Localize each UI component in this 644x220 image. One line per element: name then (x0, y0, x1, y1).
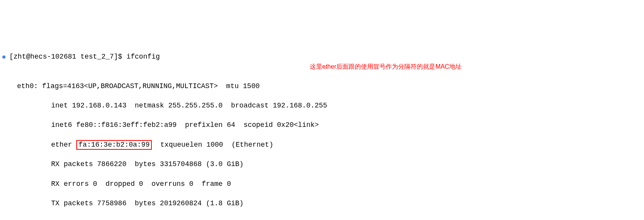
eth0-header: eth0: flags=4163<UP,BROADCAST,RUNNING,MU… (0, 81, 644, 91)
output-text: eth0: flags=4163<UP,BROADCAST,RUNNING,MU… (17, 81, 260, 91)
shell-prompt: [zht@hecs-102681 test_2_7]$ (9, 52, 126, 62)
output-text: txqueuelen 1000 (Ethernet) (152, 140, 273, 150)
output-text: inet 192.168.0.143 netmask 255.255.255.0… (51, 101, 327, 111)
terminal-line-command[interactable]: [zht@hecs-102681 test_2_7]$ ifconfig (0, 52, 644, 62)
command-text: ifconfig (126, 52, 160, 62)
eth0-rx-errors: RX errors 0 dropped 0 overruns 0 frame 0 (0, 179, 644, 189)
eth0-ether: ether fa:16:3e:b2:0a:99 txqueuelen 1000 … (0, 140, 644, 150)
gutter-bullet-active-icon (2, 55, 5, 59)
mac-address-highlight: fa:16:3e:b2:0a:99 (76, 140, 152, 150)
eth0-rx-packets: RX packets 7866220 bytes 3315704868 (3.0… (0, 159, 644, 169)
output-text: RX errors 0 dropped 0 overruns 0 frame 0 (51, 179, 231, 189)
eth0-inet6: inet6 fe80::f816:3eff:feb2:a99 prefixlen… (0, 120, 644, 130)
mac-address-annotation: 这里ether后面跟的使用冒号作为分隔符的就是MAC地址 (310, 62, 462, 71)
output-text: TX packets 7758986 bytes 2019260824 (1.8… (51, 199, 244, 208)
output-text: TX errors 0 dropped 0 overruns 0 carrier… (51, 218, 294, 220)
eth0-inet: inet 192.168.0.143 netmask 255.255.255.0… (0, 101, 644, 111)
output-text: ether (51, 140, 76, 150)
output-text: inet6 fe80::f816:3eff:feb2:a99 prefixlen… (51, 120, 319, 130)
eth0-tx-errors: TX errors 0 dropped 0 overruns 0 carrier… (0, 218, 644, 220)
output-text: RX packets 7866220 bytes 3315704868 (3.0… (51, 159, 244, 169)
eth0-tx-packets: TX packets 7758986 bytes 2019260824 (1.8… (0, 199, 644, 208)
